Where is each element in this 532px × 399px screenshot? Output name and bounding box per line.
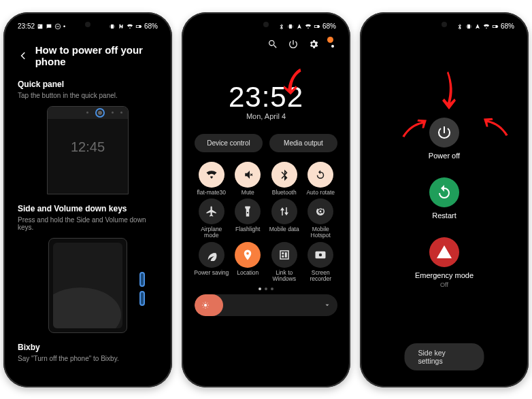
chevron-down-icon[interactable]	[324, 299, 331, 311]
vibrate-icon	[465, 23, 472, 30]
link-icon	[278, 249, 290, 261]
sk-mockup	[33, 238, 142, 333]
qp-heading: Quick panel	[18, 80, 158, 89]
loc-icon	[296, 23, 303, 30]
qs-tile-label: Mute	[242, 190, 254, 196]
lockscreen-clock: 23:52 Mon, April 4	[186, 81, 346, 120]
bixby-heading: Bixby	[18, 343, 158, 352]
hotspot-icon	[314, 205, 327, 218]
side-key-settings-button[interactable]: Side key settings	[405, 343, 484, 370]
search-icon[interactable]	[267, 39, 278, 50]
loc-icon	[474, 23, 481, 30]
settings-icon[interactable]	[308, 39, 319, 50]
clock-date: Mon, April 4	[186, 112, 346, 120]
wifi-icon	[205, 169, 218, 181]
restart-icon	[436, 184, 452, 201]
svg-rect-2	[56, 26, 59, 27]
power-icon[interactable]	[288, 39, 299, 50]
emergency-state: Off	[440, 281, 448, 288]
phone-tips: 23:52 • 68% How to power off your phone …	[3, 12, 172, 387]
phone-power-menu: 68% Power off Restart Emergency mode Off…	[360, 12, 529, 387]
notification-badge-icon[interactable]	[327, 37, 333, 43]
qs-tile-label: Mobile Hotspot	[303, 226, 339, 239]
qs-tile-label: Location	[237, 270, 259, 276]
qs-tile-label: Power saving	[194, 270, 229, 276]
qs-tile-leaf[interactable]: Power saving	[193, 242, 230, 283]
qs-tile-label: Flashlight	[235, 226, 260, 232]
back-icon[interactable]	[18, 50, 29, 62]
qs-tile-label: Screen recorder	[303, 270, 339, 283]
sk-desc: Press and hold the Side and Volume down …	[18, 216, 158, 231]
emergency-mode-button[interactable]: Emergency mode Off	[415, 237, 473, 288]
status-bar: 68%	[186, 17, 346, 36]
qp-mockup-power-highlight	[95, 108, 105, 118]
qs-tile-wifi[interactable]: flat-mate30	[193, 162, 230, 196]
qs-tile-bluetooth[interactable]: Bluetooth	[266, 162, 303, 196]
battery-icon	[492, 23, 499, 30]
qs-tile-hotspot[interactable]: Mobile Hotspot	[303, 198, 339, 239]
page-indicator	[186, 288, 346, 290]
emergency-label: Emergency mode	[415, 271, 473, 279]
restart-button[interactable]: Restart	[429, 177, 459, 220]
device-control-button[interactable]: Device control	[195, 134, 263, 152]
battery-icon	[314, 23, 320, 30]
bixby-desc: Say "Turn off the phone" to Bixby.	[18, 355, 158, 362]
media-output-button[interactable]: Media output	[269, 134, 337, 152]
sk-mockup-side-key-highlight	[139, 291, 145, 306]
vibrate-icon	[287, 23, 294, 30]
wifi-icon	[483, 23, 490, 30]
callout-arrow-icon	[439, 70, 460, 114]
dnd-icon	[54, 23, 61, 30]
leaf-icon	[205, 249, 218, 261]
qs-tile-label: Bluetooth	[272, 190, 297, 196]
status-battery: 68%	[144, 22, 158, 30]
qs-tile-rotate[interactable]: Auto rotate	[303, 162, 339, 196]
clock-time: 23:52	[186, 81, 346, 114]
qs-tile-mobiledata[interactable]: Mobile data	[266, 198, 303, 239]
bt-icon	[456, 23, 463, 30]
airplane-icon	[205, 205, 218, 218]
brightness-slider[interactable]	[195, 294, 337, 316]
status-battery: 68%	[322, 22, 336, 30]
qs-tile-mute[interactable]: Mute	[230, 162, 267, 196]
sk-heading: Side and Volume down keys	[18, 204, 158, 213]
status-bar: 23:52 • 68%	[8, 17, 167, 36]
sk-mockup-vol-down-highlight	[139, 272, 145, 287]
status-more: •	[63, 23, 65, 30]
qs-tile-label: Link to Windows	[266, 270, 303, 283]
bt-icon	[278, 23, 285, 30]
quick-settings-grid: flat-mate30MuteBluetoothAuto rotateAirpl…	[186, 162, 346, 283]
qp-mockup-clock: 12:45	[48, 139, 128, 155]
qp-desc: Tap the button in the quick panel.	[18, 92, 158, 99]
qs-tile-link[interactable]: Link to Windows	[266, 242, 303, 283]
qs-tile-airplane[interactable]: Airplane mode	[193, 198, 230, 239]
rotate-icon	[314, 169, 327, 181]
power-off-button[interactable]: Power off	[429, 118, 460, 160]
phone-quick-panel: 68% 23:52 Mon, April 4 Device control Me…	[182, 12, 350, 387]
qs-tile-location[interactable]: Location	[230, 242, 267, 283]
restart-label: Restart	[432, 211, 456, 220]
battery-icon	[135, 23, 142, 30]
qs-tile-label: Mobile data	[269, 226, 299, 232]
pic-icon	[37, 23, 44, 30]
status-battery: 68%	[501, 22, 514, 30]
mobiledata-icon	[278, 205, 290, 218]
warning-icon	[436, 244, 452, 260]
vibrate-icon	[109, 23, 116, 30]
qs-tile-label: Auto rotate	[306, 190, 335, 196]
power-icon	[436, 124, 452, 141]
brightness-icon	[201, 301, 210, 309]
qs-tile-label: flat-mate30	[197, 190, 226, 196]
status-time: 23:52	[18, 22, 35, 30]
power-off-label: Power off	[429, 152, 460, 160]
qs-tile-record[interactable]: Screen recorder	[303, 242, 339, 283]
nfc-icon	[118, 23, 124, 30]
page-title: How to power off your phone	[35, 44, 158, 67]
msg-icon	[46, 23, 52, 30]
status-bar: 68%	[365, 17, 524, 36]
wifi-icon	[305, 23, 312, 30]
qs-tile-flashlight[interactable]: Flashlight	[230, 198, 267, 239]
bluetooth-icon	[278, 169, 290, 181]
flashlight-icon	[242, 205, 254, 218]
qs-tile-label: Airplane mode	[193, 226, 230, 239]
